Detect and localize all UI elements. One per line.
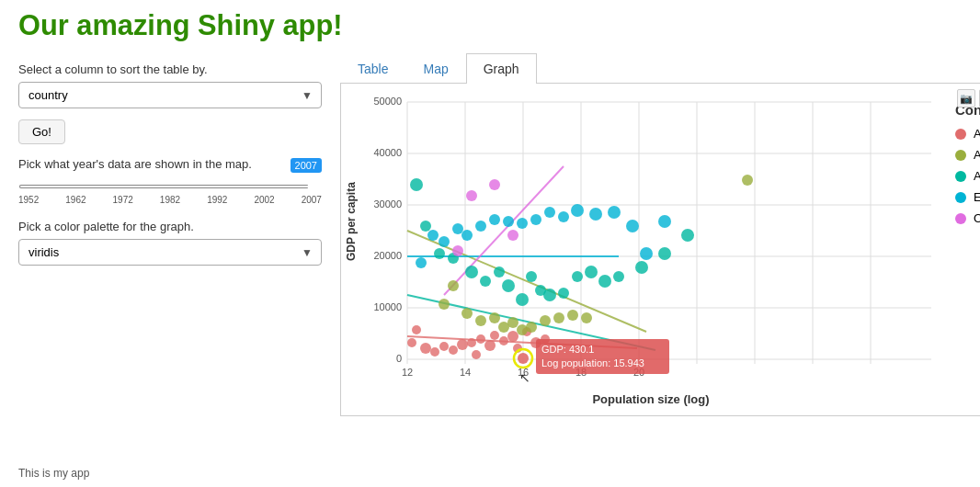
svg-text:20000: 20000: [373, 250, 402, 261]
svg-point-47: [412, 325, 421, 334]
slider-wrapper: 2007: [18, 176, 322, 191]
legend-label-europe: Europe: [974, 190, 980, 204]
svg-point-35: [457, 339, 468, 350]
camera-icon[interactable]: 📷: [957, 89, 975, 108]
legend-label-oceania: Oceania: [974, 211, 980, 225]
svg-point-91: [489, 214, 500, 225]
svg-point-78: [572, 271, 583, 282]
svg-point-61: [553, 312, 564, 323]
legend-item-asia: Asia: [955, 169, 980, 183]
svg-text:12: 12: [402, 367, 413, 378]
svg-point-66: [420, 221, 431, 232]
svg-point-103: [452, 245, 463, 256]
svg-point-37: [476, 334, 485, 344]
svg-point-106: [507, 230, 518, 241]
svg-point-89: [462, 230, 473, 241]
svg-point-98: [589, 208, 602, 221]
legend-dot-europe: [955, 192, 966, 203]
sort-select-wrapper: country pop lifeExp gdpPercap year conti…: [18, 82, 322, 108]
legend-dot-americas: [955, 150, 966, 161]
svg-point-50: [518, 353, 529, 364]
svg-point-59: [526, 322, 537, 333]
legend-label-americas: Americas: [974, 148, 980, 162]
svg-point-88: [452, 223, 463, 234]
tab-bar: Table Map Graph: [340, 53, 980, 84]
svg-point-71: [494, 266, 505, 277]
year-slider[interactable]: [18, 185, 322, 188]
svg-point-97: [571, 204, 584, 217]
svg-point-84: [681, 229, 694, 242]
svg-point-93: [517, 218, 528, 229]
svg-text:Log population: 15.943: Log population: 15.943: [541, 357, 644, 368]
svg-point-39: [499, 336, 508, 345]
main-content: Table Map Graph 📷 ⊞ — – ▦ GDP per capita: [340, 53, 980, 416]
year-label: Pick what year's data are shown in the m…: [18, 157, 322, 171]
svg-point-31: [420, 343, 431, 354]
year-value-box: 2007: [291, 158, 322, 173]
svg-point-76: [543, 289, 556, 301]
svg-point-87: [439, 236, 450, 247]
svg-point-79: [585, 266, 598, 278]
svg-point-69: [465, 266, 478, 278]
svg-point-53: [462, 308, 473, 319]
svg-point-72: [502, 279, 515, 292]
color-select[interactable]: viridis magma plasma inferno: [18, 239, 322, 266]
svg-point-40: [490, 331, 499, 340]
chart-legend: Continent Africa Americas Asia: [940, 93, 980, 242]
y-axis-label: GDP per capita: [341, 93, 361, 350]
svg-point-51: [439, 299, 450, 310]
svg-point-55: [489, 312, 500, 323]
svg-text:50000: 50000: [373, 96, 402, 107]
svg-point-41: [507, 331, 518, 342]
year-slider-section: Pick what year's data are shown in the m…: [18, 157, 322, 205]
svg-point-105: [489, 179, 500, 190]
svg-point-99: [608, 206, 621, 219]
svg-text:GDP: 430.1: GDP: 430.1: [541, 344, 594, 355]
svg-point-32: [430, 347, 439, 357]
chart-container: GDP per capita: [341, 93, 980, 406]
svg-point-104: [466, 190, 477, 201]
svg-point-95: [544, 207, 555, 218]
legend-item-oceania: Oceania: [955, 211, 980, 225]
color-select-wrapper: viridis magma plasma inferno ▼: [18, 239, 322, 266]
legend-label-asia: Asia: [974, 169, 980, 183]
legend-label-africa: Africa: [974, 127, 980, 141]
svg-point-33: [439, 342, 449, 351]
svg-point-82: [635, 261, 648, 274]
svg-point-86: [427, 230, 439, 241]
svg-point-65: [410, 178, 423, 191]
svg-text:40000: 40000: [373, 147, 402, 158]
svg-point-80: [598, 275, 611, 288]
svg-point-62: [567, 310, 578, 321]
svg-point-85: [416, 257, 427, 268]
svg-point-74: [526, 271, 537, 282]
svg-point-52: [448, 280, 459, 291]
legend-dot-africa: [955, 129, 966, 140]
tab-graph[interactable]: Graph: [466, 53, 537, 84]
go-button[interactable]: Go!: [18, 119, 65, 144]
svg-text:0: 0: [396, 353, 402, 364]
svg-point-102: [658, 215, 671, 228]
svg-point-46: [407, 338, 416, 347]
legend-dot-oceania: [955, 213, 966, 224]
svg-point-73: [516, 293, 529, 306]
svg-text:30000: 30000: [373, 198, 402, 210]
color-label: Pick a color palette for the graph.: [18, 220, 322, 233]
tab-table[interactable]: Table: [340, 53, 405, 84]
svg-point-67: [434, 248, 445, 259]
sort-label: Select a column to sort the table by.: [18, 62, 322, 76]
svg-point-96: [558, 211, 569, 222]
tab-map[interactable]: Map: [405, 53, 465, 84]
legend-item-americas: Americas: [955, 148, 980, 162]
svg-point-63: [581, 312, 592, 323]
svg-point-48: [472, 350, 481, 359]
chart-area: 📷 ⊞ — – ▦ GDP per capita: [340, 84, 980, 416]
svg-point-77: [558, 288, 569, 299]
svg-point-81: [613, 271, 624, 282]
plot-area: 0 10000 20000 30000 40000 50000 12 14 16…: [361, 93, 940, 406]
svg-point-90: [475, 221, 486, 232]
svg-point-64: [742, 175, 753, 186]
svg-point-101: [640, 247, 653, 260]
sort-select[interactable]: country pop lifeExp gdpPercap year conti…: [18, 82, 322, 108]
svg-text:14: 14: [460, 367, 471, 378]
